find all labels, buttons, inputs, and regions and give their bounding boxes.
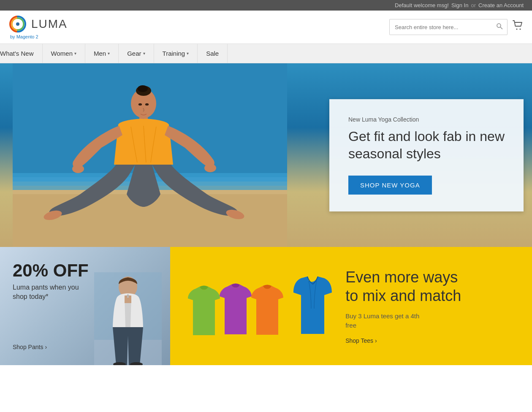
logo-text[interactable]: LUMA: [31, 17, 68, 31]
promo-pants-text: 20% OFF Luma pants when you shop today*: [13, 262, 157, 302]
luma-logo-icon[interactable]: [8, 15, 27, 33]
nav-label-gear: Gear: [127, 50, 141, 57]
nav-label-training: Training: [163, 50, 185, 57]
tees-images: [187, 275, 333, 337]
or-separator: or: [471, 2, 476, 8]
logo-row: LUMA: [8, 15, 389, 33]
promo-row: 20% OFF Luma pants when you shop today* …: [0, 247, 532, 365]
svg-point-13: [138, 85, 148, 92]
nav-label-men: Men: [94, 50, 106, 57]
svg-point-16: [204, 164, 216, 172]
svg-point-4: [516, 29, 518, 30]
promo-pants: 20% OFF Luma pants when you shop today* …: [0, 247, 170, 365]
site-header: LUMA by Magento 2: [0, 11, 532, 44]
top-bar: Default welcome msg! Sign In or Create a…: [0, 0, 532, 11]
chevron-down-icon: ▾: [74, 51, 76, 56]
hero-yoga-person: [13, 63, 287, 247]
tee-purple: [219, 280, 252, 337]
nav-item-sale[interactable]: Sale: [198, 44, 228, 63]
logo-sub: by Magento 2: [8, 34, 389, 39]
tees-sub: Buy 3 Luma tees get a 4th free: [345, 312, 515, 331]
tees-text: Even more ways to mix and match Buy 3 Lu…: [345, 268, 515, 344]
header-right: [389, 19, 524, 35]
promo-discount: 20% OFF: [13, 262, 157, 279]
nav-bar: What's New Women ▾ Men ▾ Gear ▾ Training…: [0, 44, 532, 63]
shop-pants-link[interactable]: Shop Pants ›: [13, 344, 157, 350]
svg-point-2: [497, 24, 501, 27]
tees-main-title: Even more ways to mix and match: [345, 268, 515, 304]
hero-main-title: Get fit and look fab in new seasonal sty…: [348, 127, 505, 163]
tees-link-arrow: ›: [375, 337, 377, 344]
svg-line-3: [500, 27, 502, 29]
tee-orange: [250, 282, 284, 337]
hero-textbox: New Luma Yoga Collection Get fit and loo…: [329, 99, 524, 211]
cart-icon[interactable]: [513, 20, 524, 34]
svg-point-5: [520, 29, 521, 30]
chevron-down-icon: ▾: [187, 51, 189, 56]
logo-area: LUMA by Magento 2: [8, 15, 389, 39]
nav-item-women[interactable]: Women ▾: [43, 44, 85, 63]
promo-tees: Even more ways to mix and match Buy 3 Lu…: [170, 247, 532, 365]
cart-svg: [513, 20, 524, 31]
nav-item-training[interactable]: Training ▾: [154, 44, 198, 63]
sign-in-link[interactable]: Sign In: [451, 2, 468, 8]
hero-banner: New Luma Yoga Collection Get fit and loo…: [0, 63, 532, 247]
nav-item-gear[interactable]: Gear ▾: [119, 44, 154, 63]
search-bar: [389, 19, 508, 35]
shop-tees-link[interactable]: Shop Tees ›: [345, 337, 515, 344]
promo-desc: Luma pants when you shop today*: [13, 283, 157, 302]
nav-label-women: Women: [51, 50, 73, 57]
shop-pants-label: Shop Pants: [13, 344, 43, 350]
create-account-link[interactable]: Create an Account: [478, 2, 524, 8]
chevron-down-icon: ▾: [143, 51, 145, 56]
svg-point-15: [72, 165, 84, 173]
pants-link-arrow: ›: [45, 344, 47, 350]
search-button[interactable]: [492, 19, 507, 35]
nav-item-whats-new[interactable]: What's New: [0, 44, 43, 63]
svg-point-1: [16, 22, 19, 26]
nav-item-men[interactable]: Men ▾: [85, 44, 119, 63]
shop-tees-label: Shop Tees: [345, 337, 373, 344]
nav-label-whats-new: What's New: [0, 50, 34, 57]
tee-green: [187, 282, 221, 337]
nav-label-sale: Sale: [206, 50, 219, 57]
welcome-message: Default welcome msg!: [395, 2, 449, 8]
search-input[interactable]: [390, 21, 492, 34]
chevron-down-icon: ▾: [108, 51, 110, 56]
tee-blue: [293, 275, 333, 337]
hero-sub-title: New Luma Yoga Collection: [348, 116, 505, 122]
shop-new-yoga-button[interactable]: Shop New Yoga: [348, 176, 432, 195]
search-icon: [496, 23, 503, 30]
